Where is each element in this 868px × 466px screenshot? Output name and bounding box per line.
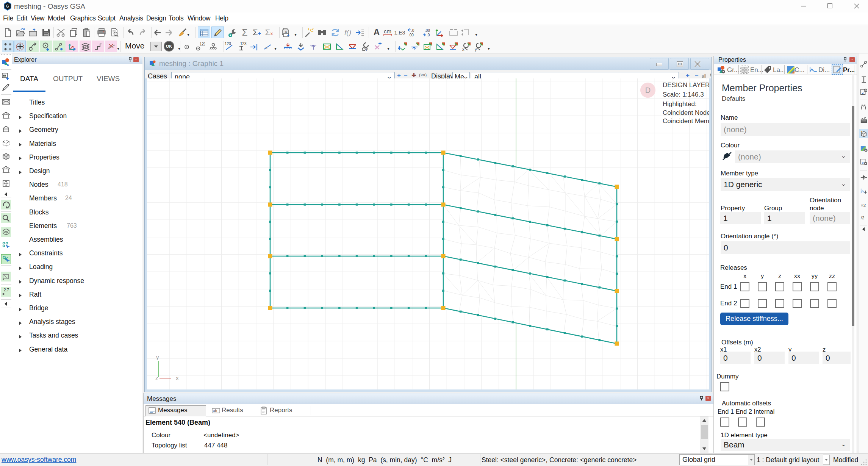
svg-text:×2: ×2 bbox=[860, 203, 865, 208]
svg-text:Scale: 1:146.3: Scale: 1:146.3 bbox=[663, 91, 704, 98]
svg-text:4: 4 bbox=[285, 30, 287, 34]
svg-text:y: y bbox=[475, 47, 477, 52]
svg-text:x: x bbox=[176, 375, 179, 381]
svg-text:.00: .00 bbox=[425, 28, 430, 33]
svg-text:Coincident Nodes: Coincident Nodes bbox=[663, 109, 709, 116]
svg-text:123: 123 bbox=[200, 42, 205, 46]
svg-text:D: D bbox=[645, 86, 651, 94]
svg-text:123: 123 bbox=[240, 42, 247, 46]
svg-text:.00: .00 bbox=[408, 33, 414, 37]
svg-text:Coincident Memb: Coincident Memb bbox=[663, 117, 709, 125]
svg-text:x: x bbox=[462, 47, 464, 52]
svg-text:2.7: 2.7 bbox=[4, 288, 9, 292]
svg-text:ab: ab bbox=[3, 75, 6, 77]
svg-text:G: G bbox=[6, 4, 9, 8]
svg-text:.0: .0 bbox=[427, 33, 430, 37]
svg-text:P: P bbox=[366, 48, 368, 52]
svg-text:cm: cm bbox=[384, 28, 391, 34]
svg-text:.0: .0 bbox=[411, 28, 414, 33]
svg-text:DESIGN LAYER: DESIGN LAYER bbox=[663, 81, 709, 89]
svg-text:123: 123 bbox=[225, 42, 231, 46]
svg-text:y: y bbox=[156, 354, 159, 360]
svg-text:Highlighted:: Highlighted: bbox=[663, 100, 697, 108]
svg-text:/2: /2 bbox=[860, 215, 864, 220]
svg-text:z: z bbox=[155, 375, 158, 381]
svg-text:ab: ab bbox=[213, 409, 217, 413]
